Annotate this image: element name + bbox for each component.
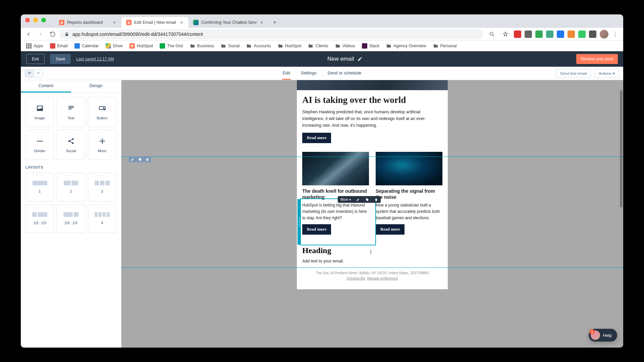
url-input[interactable]: app.hubspot.com/email/3990090/edit-dd/34…: [60, 29, 483, 39]
bookmark-calendar[interactable]: Calendar: [72, 42, 102, 50]
extension-icon[interactable]: [557, 31, 564, 38]
help-label: Help: [603, 333, 612, 338]
layout-23-13[interactable]: 2/3 : 1/3: [57, 204, 85, 233]
column-paragraph[interactable]: How a young statistician built a system …: [376, 202, 442, 221]
review-send-button[interactable]: Review and send: [576, 54, 618, 64]
scrollbar[interactable]: [620, 90, 623, 207]
hero-paragraph[interactable]: Stephen Hawking predicted that, once hum…: [302, 109, 442, 129]
layout-13-23[interactable]: 1/3 : 2/3: [25, 204, 54, 233]
bookmark-drive[interactable]: Drive: [103, 42, 125, 50]
nav-back-button[interactable]: [23, 29, 34, 39]
tab-settings[interactable]: Settings: [300, 67, 317, 80]
hero-image[interactable]: [297, 80, 448, 90]
bookmark-folder-accounts[interactable]: Accounts: [244, 42, 273, 50]
layout-4col[interactable]: 4: [88, 204, 116, 233]
layout-2col[interactable]: 2: [57, 173, 85, 201]
extension-icon[interactable]: [535, 31, 543, 38]
block-more[interactable]: More: [88, 130, 116, 160]
bookmark-folder-videos[interactable]: Videos: [332, 42, 358, 50]
exit-button[interactable]: Exit: [26, 54, 45, 64]
tab-send-schedule[interactable]: Send or schedule: [327, 67, 362, 80]
extension-icon[interactable]: [525, 31, 532, 38]
extension-icon[interactable]: [568, 31, 575, 38]
extension-icon[interactable]: [546, 31, 553, 38]
bookmark-folder-clients[interactable]: Clients: [305, 42, 331, 50]
section-delete-icon[interactable]: [144, 156, 151, 162]
puzzle-icon[interactable]: [589, 31, 596, 38]
manage-preferences-link[interactable]: Manage preferences: [367, 277, 398, 280]
block-button[interactable]: Button: [88, 97, 116, 127]
browser-menu-icon[interactable]: ⋮: [612, 31, 619, 38]
redo-button[interactable]: ↷: [34, 70, 43, 77]
edit-title-icon[interactable]: [357, 56, 363, 62]
hero-heading[interactable]: AI is taking over the world: [302, 95, 442, 105]
star-icon[interactable]: [500, 29, 511, 39]
browser-tab-edit-email[interactable]: Edit Email | New email ×: [121, 17, 189, 28]
column-cta-button[interactable]: Read more: [302, 224, 331, 235]
bookmark-thegist[interactable]: The Gist: [157, 42, 185, 50]
block-divider[interactable]: Divider: [25, 130, 54, 160]
tab-title: Edit Email | New email: [134, 20, 176, 25]
extension-icon[interactable]: [514, 31, 521, 38]
nav-reload-button[interactable]: [48, 29, 58, 39]
hero-cta-button[interactable]: Read more: [302, 133, 331, 143]
save-button[interactable]: Save: [50, 54, 71, 64]
block-text[interactable]: Text: [57, 97, 85, 127]
column-image[interactable]: [302, 152, 369, 185]
block-image[interactable]: Image: [25, 97, 54, 127]
bookmark-folder-hubspot[interactable]: HubSpot: [275, 42, 304, 50]
column-paragraph[interactable]: HubSpot is betting big that inbound mark…: [302, 202, 369, 221]
email-body[interactable]: AI is taking over the world Stephen Hawk…: [297, 80, 448, 289]
send-test-button[interactable]: Send test email: [556, 69, 591, 78]
block-social[interactable]: Social: [57, 130, 85, 160]
tab-close-icon[interactable]: ×: [112, 20, 117, 25]
close-window-icon[interactable]: [25, 18, 30, 22]
sidebar-tab-content[interactable]: Content: [21, 80, 71, 93]
footer-heading[interactable]: Heading: [302, 246, 442, 255]
undo-button[interactable]: ↶: [25, 70, 34, 77]
section-clone-icon[interactable]: [136, 156, 144, 162]
bookmark-folder-personal[interactable]: Personal: [430, 42, 460, 50]
actions-dropdown[interactable]: Actions▾: [594, 69, 619, 78]
bookmark-folder-business[interactable]: Business: [187, 42, 217, 50]
folder-icon: [335, 43, 340, 49]
browser-tab-reports[interactable]: Reports dashboard ×: [54, 17, 121, 28]
section-edit-icon[interactable]: [129, 156, 136, 162]
sidebar-tab-design[interactable]: Design: [71, 80, 121, 93]
bookmark-email[interactable]: Email: [47, 42, 70, 50]
column-image[interactable]: [376, 152, 442, 185]
layout-1col[interactable]: 1: [25, 173, 54, 201]
column-left[interactable]: The death knell for outbound marketing H…: [302, 152, 369, 235]
nav-forward-button[interactable]: [36, 29, 46, 39]
new-tab-button[interactable]: +: [270, 18, 279, 27]
column-cta-button[interactable]: Read more: [376, 224, 405, 235]
help-widget[interactable]: 1 Help: [589, 329, 617, 342]
module-clone-icon[interactable]: [363, 196, 372, 203]
last-saved-link[interactable]: Last saved 11:17 AM: [76, 57, 114, 61]
zoom-icon[interactable]: [487, 29, 497, 39]
module-delete-icon[interactable]: [372, 196, 381, 203]
module-edit-icon[interactable]: [354, 196, 363, 203]
bookmark-slack[interactable]: Slack: [359, 42, 382, 50]
unsubscribe-link[interactable]: Unsubscribe: [347, 277, 366, 280]
bookmark-hubspot[interactable]: HubSpot: [127, 42, 156, 50]
bookmark-folder-social[interactable]: Social: [218, 42, 242, 50]
extension-icon[interactable]: [578, 31, 586, 38]
module-drag-handle[interactable]: [298, 199, 301, 245]
layout-3col[interactable]: 3: [88, 173, 116, 201]
maximize-window-icon[interactable]: [41, 18, 46, 22]
browser-tab-chatbot[interactable]: Confirming Your Chatbot Serv ×: [189, 17, 269, 28]
footer-paragraph[interactable]: Add text to your email.: [302, 258, 442, 264]
column-heading[interactable]: Separating the signal from the noise: [376, 188, 442, 200]
module-more-dropdown[interactable]: More▾: [338, 196, 354, 203]
apps-shortcut[interactable]: Apps: [23, 42, 46, 50]
tab-close-icon[interactable]: ×: [179, 20, 184, 25]
email-canvas[interactable]: AI is taking over the world Stephen Hawk…: [121, 80, 623, 348]
profile-avatar[interactable]: [600, 30, 608, 39]
tab-close-icon[interactable]: ×: [259, 20, 264, 25]
minimize-window-icon[interactable]: [33, 18, 38, 22]
tab-edit[interactable]: Edit: [282, 67, 291, 80]
column-right[interactable]: Separating the signal from the noise How…: [376, 152, 442, 235]
bookmark-folder-agency[interactable]: Agency Overview: [383, 42, 429, 50]
two-column-section[interactable]: The death knell for outbound marketing H…: [297, 149, 448, 241]
